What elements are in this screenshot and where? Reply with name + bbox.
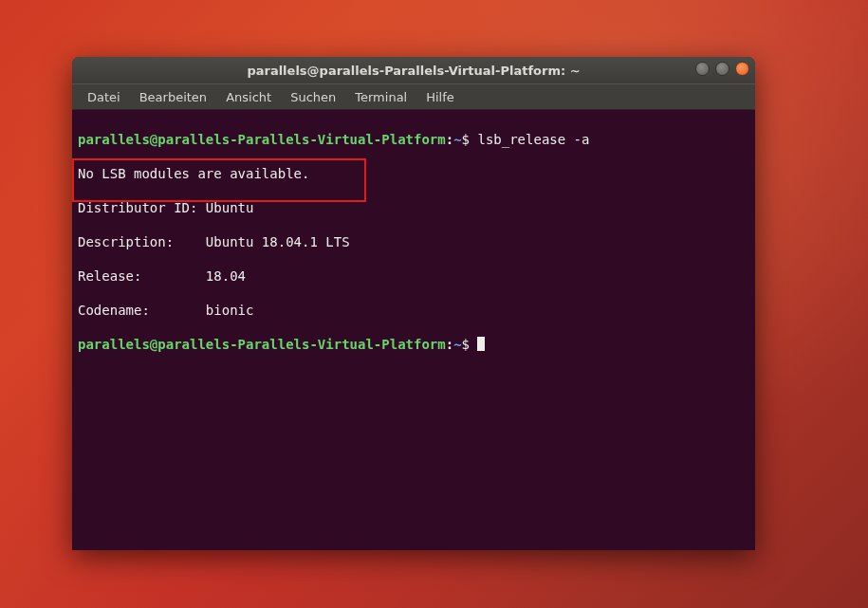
window-titlebar[interactable]: parallels@parallels-Parallels-Virtual-Pl… <box>72 57 755 83</box>
menu-edit[interactable]: Bearbeiten <box>132 88 214 106</box>
terminal-line: parallels@parallels-Parallels-Virtual-Pl… <box>78 131 749 148</box>
prompt-userhost: parallels@parallels-Parallels-Virtual-Pl… <box>78 337 446 352</box>
terminal-line: Description: Ubuntu 18.04.1 LTS <box>78 233 749 250</box>
prompt-dollar: $ <box>462 132 470 147</box>
menubar: Datei Bearbeiten Ansicht Suchen Terminal… <box>72 83 755 110</box>
prompt-path: ~ <box>453 337 461 352</box>
desktop-background: parallels@parallels-Parallels-Virtual-Pl… <box>0 0 868 608</box>
terminal-line: Codename: bionic <box>78 302 749 319</box>
prompt-userhost: parallels@parallels-Parallels-Virtual-Pl… <box>78 132 446 147</box>
prompt-colon: : <box>446 337 453 352</box>
close-button[interactable] <box>735 62 749 76</box>
menu-help[interactable]: Hilfe <box>418 88 462 106</box>
minimize-button[interactable] <box>695 62 710 76</box>
terminal-line: parallels@parallels-Parallels-Virtual-Pl… <box>78 336 749 353</box>
menu-terminal[interactable]: Terminal <box>347 88 415 106</box>
menu-view[interactable]: Ansicht <box>218 88 279 106</box>
terminal-line: No LSB modules are available. <box>78 165 749 182</box>
maximize-button[interactable] <box>715 62 729 76</box>
window-controls <box>695 62 749 76</box>
menu-search[interactable]: Suchen <box>283 88 343 106</box>
cursor-icon <box>477 337 485 351</box>
terminal-window: parallels@parallels-Parallels-Virtual-Pl… <box>72 57 755 550</box>
window-title: parallels@parallels-Parallels-Virtual-Pl… <box>247 64 580 78</box>
terminal-line: Distributor ID: Ubuntu <box>78 199 749 216</box>
prompt-colon: : <box>446 132 453 147</box>
prompt-dollar: $ <box>462 337 470 352</box>
menu-file[interactable]: Datei <box>80 88 128 106</box>
command-text: lsb_release -a <box>470 132 589 147</box>
terminal-output-area[interactable]: parallels@parallels-Parallels-Virtual-Pl… <box>72 110 755 550</box>
terminal-line: Release: 18.04 <box>78 267 749 285</box>
prompt-path: ~ <box>453 132 461 147</box>
